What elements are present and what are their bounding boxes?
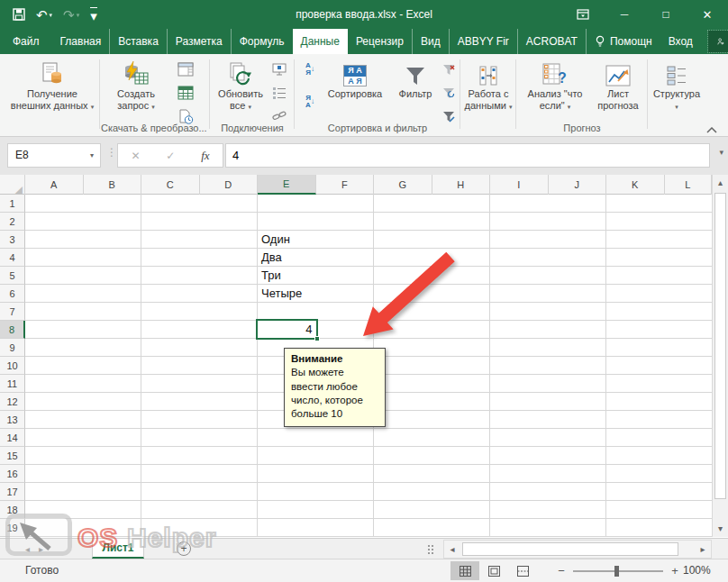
sort-az-icon[interactable]: АЯ↓ xyxy=(299,58,321,81)
row-header-4[interactable]: 4 xyxy=(0,249,25,267)
row-header-19[interactable]: 19 xyxy=(0,519,25,537)
data-tools-button[interactable]: Работа с данными ▾ xyxy=(463,58,514,128)
filter-button[interactable]: Фильтр xyxy=(391,58,440,128)
insert-function-icon[interactable]: fx xyxy=(201,149,209,163)
vscroll-up-icon[interactable]: ▴ xyxy=(713,175,728,191)
what-if-button[interactable]: ? Анализ "что если" ▾ xyxy=(521,58,589,128)
row-header-18[interactable]: 18 xyxy=(0,501,25,519)
name-box[interactable]: E8 ▾ xyxy=(7,143,101,168)
tab-formulas[interactable]: Формуль xyxy=(232,29,293,54)
column-header-E[interactable]: E xyxy=(258,175,316,195)
get-external-data-button[interactable]: Получение внешних данных ▾ xyxy=(7,58,97,128)
formula-input[interactable]: 4 xyxy=(225,143,710,168)
share-button[interactable]: Общий доступ xyxy=(708,31,728,52)
hscroll-right-icon[interactable]: ▸ xyxy=(695,544,711,554)
name-box-caret-icon[interactable]: ▾ xyxy=(90,144,94,167)
row-header-16[interactable]: 16 xyxy=(0,465,25,483)
row-header-11[interactable]: 11 xyxy=(0,375,25,393)
forecast-sheet-button[interactable]: Лист прогноза xyxy=(591,58,645,128)
zoom-slider-handle[interactable] xyxy=(614,566,619,577)
tab-help[interactable]: Помощн xyxy=(587,29,660,54)
sheet-nav-left-icon[interactable]: ◂ xyxy=(25,544,30,554)
zoom-slider[interactable] xyxy=(573,570,663,572)
tab-insert[interactable]: Вставка xyxy=(110,29,168,54)
ribbon-display-options-icon[interactable] xyxy=(562,0,604,29)
cell-E6[interactable]: Четыре xyxy=(261,285,302,303)
zoom-in-button[interactable]: + xyxy=(665,564,685,577)
tab-sign-in[interactable]: Вход xyxy=(660,29,701,54)
sort-button[interactable]: Я АА Я Сортировка xyxy=(321,58,389,128)
column-header-I[interactable]: I xyxy=(490,175,549,195)
row-header-6[interactable]: 6 xyxy=(0,285,25,303)
horizontal-scrollbar[interactable]: ◂ ▸ xyxy=(443,540,712,559)
tab-splitter-grip[interactable] xyxy=(427,544,434,555)
tab-abbyy[interactable]: ABBYY Fir xyxy=(450,29,518,54)
tab-acrobat[interactable]: ACROBAT xyxy=(518,29,587,54)
row-header-5[interactable]: 5 xyxy=(0,267,25,285)
properties-icon[interactable] xyxy=(268,81,290,105)
connection-properties-icon[interactable] xyxy=(268,58,290,81)
minimize-button[interactable]: ─ xyxy=(604,0,645,29)
fill-handle[interactable] xyxy=(314,336,320,341)
column-header-B[interactable]: B xyxy=(84,175,142,195)
tab-data[interactable]: Данные xyxy=(293,29,348,54)
selected-cell-E8[interactable]: 4 xyxy=(256,319,318,340)
row-header-15[interactable]: 15 xyxy=(0,447,25,465)
vscroll-down-icon[interactable]: ▾ xyxy=(713,521,728,537)
row-header-10[interactable]: 10 xyxy=(0,357,25,375)
row-header-3[interactable]: 3 xyxy=(0,231,25,249)
row-header-17[interactable]: 17 xyxy=(0,483,25,501)
column-header-K[interactable]: K xyxy=(606,175,665,195)
expand-formula-bar-icon[interactable]: ▾ xyxy=(719,148,723,157)
reapply-filter-icon[interactable] xyxy=(440,81,458,105)
page-break-view-button[interactable] xyxy=(508,561,537,580)
hscroll-thumb[interactable] xyxy=(462,542,678,556)
column-header-C[interactable]: C xyxy=(141,175,200,195)
row-header-1[interactable]: 1 xyxy=(0,195,25,213)
page-layout-view-button[interactable] xyxy=(479,561,508,580)
normal-view-button[interactable] xyxy=(450,561,479,580)
column-header-L[interactable]: L xyxy=(665,175,713,195)
refresh-all-button[interactable]: Обновить все ▾ xyxy=(214,58,267,128)
vscroll-thumb[interactable] xyxy=(714,193,726,499)
cancel-entry-icon[interactable]: ✕ xyxy=(131,150,140,162)
row-header-2[interactable]: 2 xyxy=(0,213,25,231)
cell-E3[interactable]: Один xyxy=(261,231,290,249)
cell-E4[interactable]: Два xyxy=(261,249,282,267)
column-header-F[interactable]: F xyxy=(316,175,375,195)
row-header-9[interactable]: 9 xyxy=(0,339,25,357)
clear-filter-icon[interactable] xyxy=(440,58,458,81)
new-sheet-button[interactable]: + xyxy=(177,541,191,556)
sheet-tab-list1[interactable]: Лист1 xyxy=(92,539,144,559)
column-header-H[interactable]: H xyxy=(432,175,491,195)
collapse-ribbon-icon[interactable] xyxy=(706,124,717,135)
row-header-13[interactable]: 13 xyxy=(0,411,25,429)
row-header-12[interactable]: 12 xyxy=(0,393,25,411)
tab-view[interactable]: Вид xyxy=(413,29,450,54)
cell-E5[interactable]: Три xyxy=(261,267,281,285)
outline-button[interactable]: Структура▾ xyxy=(651,58,703,128)
tab-file[interactable]: Файл xyxy=(0,29,52,54)
column-header-G[interactable]: G xyxy=(374,175,432,195)
tab-home[interactable]: Главная xyxy=(52,29,111,54)
row-header-8[interactable]: 8 xyxy=(0,321,25,339)
tab-review[interactable]: Рецензир xyxy=(348,29,413,54)
close-button[interactable]: ✕ xyxy=(687,0,728,29)
maximize-button[interactable]: □ xyxy=(645,0,687,29)
hscroll-left-icon[interactable]: ◂ xyxy=(444,544,460,554)
sort-za-icon[interactable]: ЯА↓ xyxy=(299,90,321,114)
select-all-corner[interactable]: ◢ xyxy=(0,175,25,195)
tab-page-layout[interactable]: Разметка xyxy=(168,29,232,54)
sheet-nav-right-icon[interactable]: ▸ xyxy=(39,544,43,554)
row-header-14[interactable]: 14 xyxy=(0,429,25,447)
from-table-icon[interactable] xyxy=(175,81,196,105)
row-header-7[interactable]: 7 xyxy=(0,303,25,321)
zoom-out-button[interactable]: − xyxy=(551,564,571,577)
column-header-A[interactable]: A xyxy=(25,175,84,195)
confirm-entry-icon[interactable]: ✓ xyxy=(166,150,175,162)
formula-bar-grip[interactable]: ⋮ xyxy=(106,146,117,159)
new-query-button[interactable]: Создать запрос ▾ xyxy=(103,58,169,128)
column-header-D[interactable]: D xyxy=(200,175,259,195)
show-queries-icon[interactable] xyxy=(175,58,196,81)
column-header-J[interactable]: J xyxy=(549,175,607,195)
